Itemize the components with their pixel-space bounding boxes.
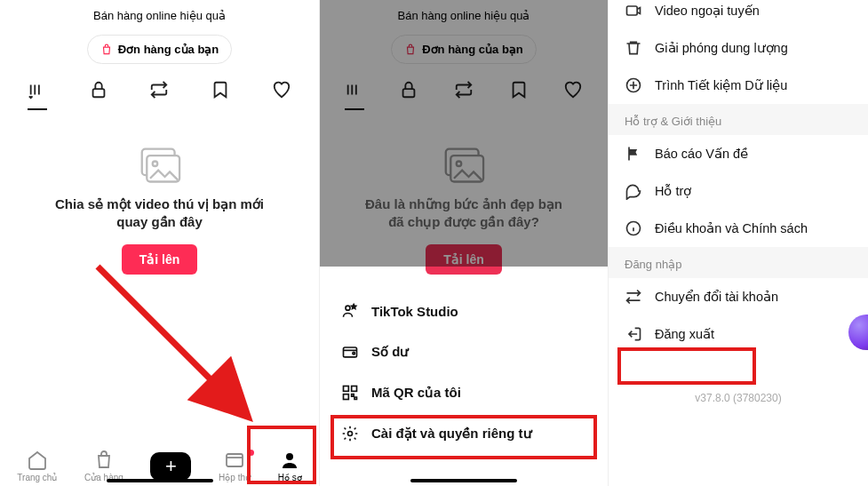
upload-button[interactable]: Tải lên [122, 244, 198, 275]
data-saver-icon [625, 76, 642, 94]
sort-icon [28, 80, 47, 100]
qr-icon [341, 384, 359, 402]
sheet-tiktok-studio[interactable]: TikTok Studio [320, 291, 608, 331]
empty-title: Chia sẻ một video thú vị bạn mới quay gầ… [18, 195, 301, 232]
tagline: Bán hàng online hiệu quả [0, 0, 319, 29]
nav-home[interactable]: Trang chủ [17, 450, 57, 482]
home-icon [27, 450, 48, 471]
svg-rect-5 [227, 454, 243, 466]
sheet-qr[interactable]: Mã QR của tôi [320, 372, 608, 413]
nav-shop[interactable]: Cửa hàng [84, 450, 123, 482]
image-placeholder-icon [135, 146, 185, 187]
tab-saved[interactable] [211, 80, 230, 103]
modal-backdrop[interactable] [320, 0, 608, 267]
trash-icon [625, 39, 642, 57]
row-report[interactable]: Báo cáo Vấn đề [609, 135, 868, 172]
section-login-header: Đăng nhập [609, 247, 868, 278]
annotation-box-profile [247, 426, 316, 484]
svg-rect-16 [344, 394, 349, 400]
svg-rect-14 [344, 386, 349, 392]
heart-icon [272, 80, 291, 100]
wallet-icon [341, 343, 359, 361]
chat-icon [625, 182, 642, 200]
svg-rect-15 [352, 386, 357, 392]
annotation-box-settings [330, 415, 597, 459]
row-offline-video[interactable]: Video ngoại tuyến [609, 0, 868, 29]
row-support[interactable]: Hỗ trợ [609, 172, 868, 210]
tab-liked[interactable] [272, 80, 291, 103]
svg-rect-0 [92, 89, 104, 97]
section-support-header: Hỗ trợ & Giới thiệu [609, 104, 868, 135]
repost-icon [149, 80, 169, 100]
nav-inbox[interactable]: Hộp thư [219, 450, 251, 482]
svg-point-11 [346, 306, 350, 310]
empty-state: Chia sẻ một video thú vị bạn mới quay gầ… [0, 110, 319, 275]
lock-icon [89, 80, 108, 100]
annotation-arrow [89, 258, 267, 435]
nav-create[interactable]: + [150, 452, 191, 481]
video-icon [625, 2, 642, 20]
inbox-icon [224, 450, 245, 471]
svg-line-4 [98, 267, 244, 413]
profile-tabs [0, 69, 319, 110]
logout-icon [625, 325, 642, 343]
sheet-balance[interactable]: Số dư [320, 331, 608, 372]
flag-icon [625, 145, 642, 163]
info-icon [625, 219, 642, 237]
plus-button[interactable]: + [150, 452, 191, 481]
svg-point-13 [353, 352, 355, 355]
annotation-box-logout [617, 347, 756, 385]
person-star-icon [341, 302, 359, 320]
shop-icon [93, 450, 115, 471]
home-indicator [410, 479, 517, 482]
tab-sort[interactable] [28, 80, 47, 103]
tab-private[interactable] [89, 80, 108, 103]
row-data-saver[interactable]: Trình Tiết kiệm Dữ liệu [609, 67, 868, 104]
tab-repost[interactable] [149, 80, 169, 103]
bag-icon [100, 44, 113, 56]
home-indicator [107, 479, 213, 482]
row-free-space[interactable]: Giải phóng dung lượng [609, 29, 868, 67]
svg-rect-18 [627, 6, 638, 15]
order-button[interactable]: Đơn hàng của bạn [87, 35, 233, 64]
order-button-label: Đơn hàng của bạn [118, 43, 219, 56]
row-terms[interactable]: Điều khoản và Chính sách [609, 210, 868, 247]
plus-icon: + [165, 457, 177, 476]
row-switch-account[interactable]: Chuyển đổi tài khoản [609, 278, 868, 315]
switch-icon [625, 288, 642, 306]
bookmark-icon [211, 80, 230, 100]
